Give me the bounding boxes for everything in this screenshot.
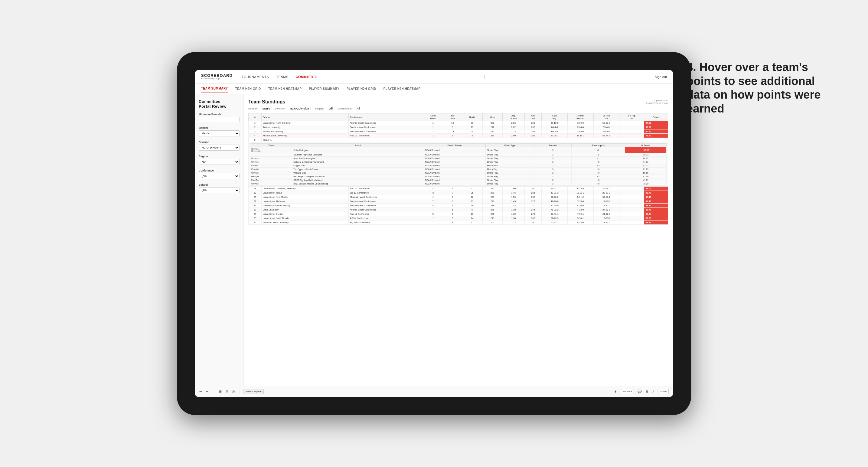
conference-filter-label: Conference: bbox=[338, 107, 352, 110]
nav-tournaments[interactable]: TOURNAMENTS bbox=[242, 75, 269, 79]
division-select[interactable]: NCAA Division I bbox=[199, 145, 240, 151]
points-cell-22[interactable]: 83.81 bbox=[644, 204, 668, 208]
table-row: 25 University of North Florida ASUN Conf… bbox=[249, 216, 668, 220]
annotation-text: 4. Hover over a team's points to see add… bbox=[686, 61, 838, 116]
points-cell-3[interactable]: 90.20 bbox=[644, 129, 668, 134]
nav-committee[interactable]: COMMITTEE bbox=[296, 75, 317, 79]
col-conference: Conference bbox=[349, 114, 423, 121]
table-row-highlighted: 4 Arizona State University Pac-12 Confer… bbox=[249, 134, 668, 138]
region-filter-value: All bbox=[329, 107, 333, 110]
points-cell-25[interactable]: 83.89 bbox=[644, 216, 668, 220]
expanded-table-row: Univers Copper Cup NCAA Division I Match… bbox=[250, 164, 666, 167]
share-icon[interactable]: ↗ bbox=[652, 390, 654, 394]
points-cell-1[interactable]: 97.02 bbox=[644, 121, 668, 125]
table-row: 19 University of Texas Big 12 Conference… bbox=[249, 191, 668, 195]
table-row: 22 Mississippi State University Southeas… bbox=[249, 204, 668, 208]
main-content: CommitteePortal Review Minimum Rounds Ge… bbox=[195, 94, 673, 386]
nav-separator: | bbox=[484, 74, 485, 80]
col-rnds: Rnds bbox=[462, 114, 483, 121]
comment-icon[interactable]: 💬 bbox=[638, 390, 642, 394]
sidebar-portal-title: CommitteePortal Review bbox=[199, 99, 240, 108]
sidebar: CommitteePortal Review Minimum Rounds Ge… bbox=[195, 94, 244, 386]
expanded-table-row: Georgia Ben Hogan Collegiate Invitationa… bbox=[250, 175, 666, 179]
division-filter-label: Division: bbox=[275, 107, 285, 110]
sub-nav-player-h2h-heatmap[interactable]: PLAYER H2H HEATMAP bbox=[383, 85, 421, 93]
app-logo-sub: Powered by clippi bbox=[201, 77, 232, 80]
watch-button[interactable]: Watch ▾ bbox=[621, 389, 634, 394]
grid-icon[interactable]: ⊞ bbox=[645, 390, 648, 394]
sign-out-button[interactable]: Sign out bbox=[655, 75, 667, 79]
expanded-row-header: Team Event Event Division Event Type Rou… bbox=[249, 142, 668, 187]
col-no-tour: NoTour bbox=[443, 114, 462, 121]
region-select[interactable]: N/A bbox=[199, 159, 240, 165]
annotation-area: 4. Hover over a team's points to see add… bbox=[686, 61, 838, 116]
col-adj-score: Adj.Score bbox=[502, 114, 524, 121]
table-row: 26 The Ohio State University Big Ten Con… bbox=[249, 220, 668, 225]
table-row: 3 Vanderbilt University Southeastern Con… bbox=[249, 129, 668, 134]
expanded-table-row: Univers National Invitational Tournament… bbox=[250, 160, 666, 164]
table-row: 21 University of Alabama Southeastern Co… bbox=[249, 199, 668, 204]
copy-icon[interactable]: ⊞ bbox=[219, 390, 222, 394]
sidebar-conference: Conference (All) bbox=[199, 169, 240, 179]
school-select[interactable]: (All) bbox=[199, 187, 240, 193]
expanded-table-row: East Ter OFCC Fighting Illini Invitation… bbox=[250, 179, 666, 182]
points-cell-2[interactable]: 93.31 bbox=[644, 125, 668, 129]
col-rank: # bbox=[249, 114, 261, 121]
expanded-table-row: UniversUniversity Cabo Collegiate NCAA D… bbox=[250, 147, 666, 153]
expanded-table-row: Univers 2023 Sahalee Players Championshi… bbox=[250, 182, 666, 186]
gender-filter-value: Men's bbox=[262, 107, 270, 110]
bottom-toolbar: ↩ ↪ ← ⊞ ⚙ ◷ | View: Original 👁 Watch ▾ 💬… bbox=[195, 386, 673, 397]
sidebar-division: Division NCAA Division I bbox=[199, 141, 240, 151]
col-avg-score: AvgSG bbox=[525, 114, 542, 121]
points-cell-21[interactable]: 88.43 bbox=[644, 199, 668, 204]
region-filter-label: Region: bbox=[315, 107, 324, 110]
table-row: 23 Duke University Atlantic Coast Confer… bbox=[249, 208, 668, 212]
expanded-table-row: Univers Williams Cup NCAA Division I Str… bbox=[250, 171, 666, 175]
points-cell-24[interactable]: 88.54 bbox=[644, 212, 668, 216]
report-header: Team Standings Update time:13/03/2024 10… bbox=[248, 99, 668, 105]
points-cell-23[interactable]: 88.71 bbox=[644, 208, 668, 212]
watch-icon[interactable]: 👁 bbox=[614, 390, 617, 394]
points-cell-19[interactable]: 88.70 bbox=[644, 191, 668, 195]
nav-teams[interactable]: TEAMS bbox=[276, 75, 288, 79]
table-row: 2 Auburn University Southeastern Confere… bbox=[249, 125, 668, 129]
col-overall-record: OverallRecord bbox=[567, 114, 593, 121]
gender-filter-label: Gender: bbox=[248, 107, 258, 110]
points-cell-20[interactable]: 88.49 bbox=[644, 195, 668, 199]
conference-select[interactable]: (All) bbox=[199, 173, 240, 179]
settings-icon[interactable]: ⚙ bbox=[225, 390, 228, 394]
points-cell-18[interactable]: 83.07 bbox=[644, 187, 668, 191]
sidebar-gender: Gender Men's bbox=[199, 126, 240, 136]
back-icon[interactable]: ← bbox=[212, 390, 215, 394]
sub-nav-team-h2h-grid[interactable]: TEAM H2H GRID bbox=[235, 85, 261, 93]
expanded-inner-table: Team Event Event Division Event Type Rou… bbox=[250, 143, 666, 186]
redo-icon[interactable]: ↪ bbox=[206, 390, 208, 394]
gender-select[interactable]: Men's bbox=[199, 130, 240, 136]
sidebar-region: Region N/A bbox=[199, 155, 240, 165]
nav-links: TOURNAMENTS TEAMS COMMITTEE bbox=[242, 75, 317, 79]
view-original-button[interactable]: View: Original bbox=[244, 389, 264, 394]
tablet-screen: SCOREBOARD Powered by clippi TOURNAMENTS… bbox=[195, 70, 673, 397]
expanded-table-row: Univers Amer An Intercollegiate NCAA Div… bbox=[250, 157, 666, 160]
logo-area: SCOREBOARD Powered by clippi bbox=[201, 73, 232, 80]
clock-icon[interactable]: ◷ bbox=[232, 390, 235, 394]
min-rounds-input[interactable] bbox=[199, 117, 240, 122]
standings-table: # School Conference ConfRank NoTour Rnds… bbox=[248, 113, 668, 225]
update-time: Update time:13/03/2024 10:03:42 bbox=[646, 99, 668, 105]
col-vs-top50: Vs Top50 bbox=[619, 114, 644, 121]
share-button[interactable]: Share bbox=[658, 389, 669, 394]
undo-icon[interactable]: ↩ bbox=[199, 390, 202, 394]
sub-nav-player-h2h-grid[interactable]: PLAYER H2H GRID bbox=[347, 85, 376, 93]
sub-nav-player-summary[interactable]: PLAYER SUMMARY bbox=[309, 85, 339, 93]
top-navigation: SCOREBOARD Powered by clippi TOURNAMENTS… bbox=[195, 70, 673, 84]
sidebar-min-rounds: Minimum Rounds bbox=[199, 113, 240, 122]
col-wins: Wins bbox=[483, 114, 502, 121]
table-row: 5 Texas T... bbox=[249, 138, 668, 142]
sub-navigation: TEAM SUMMARY TEAM H2H GRID TEAM H2H HEAT… bbox=[195, 84, 673, 94]
sub-nav-team-summary[interactable]: TEAM SUMMARY bbox=[201, 84, 228, 93]
content-area: Team Standings Update time:13/03/2024 10… bbox=[244, 94, 673, 386]
sub-nav-team-h2h-heatmap[interactable]: TEAM H2H HEATMAP bbox=[268, 85, 302, 93]
points-cell-4[interactable]: 79.50 bbox=[644, 134, 668, 138]
points-cell-26[interactable]: 83.94 bbox=[644, 220, 668, 225]
table-row: 18 University of California, Berkeley Pa… bbox=[249, 187, 668, 191]
